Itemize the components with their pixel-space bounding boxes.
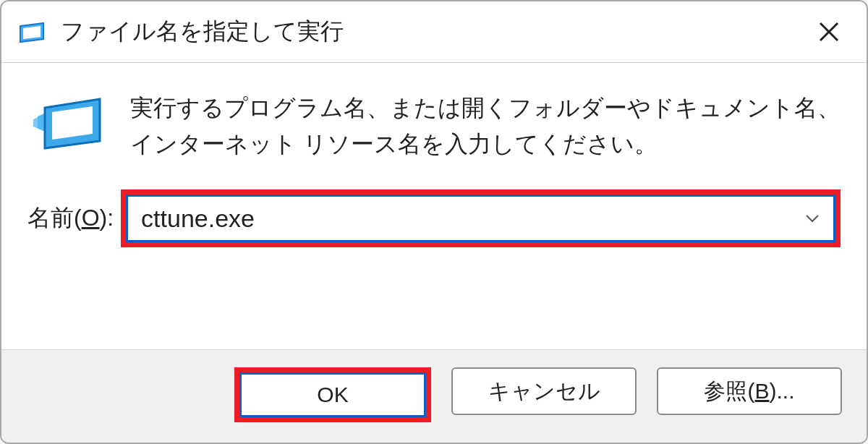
command-combo[interactable] (126, 195, 835, 242)
browse-button-slot: 参照(B)... (657, 367, 842, 422)
content-area: 実行するプログラム名、または開くフォルダーやドキュメント名、インターネット リソ… (1, 63, 867, 256)
instruction-text: 実行するプログラム名、または開くフォルダーやドキュメント名、インターネット リソ… (130, 89, 841, 162)
run-large-icon (33, 89, 106, 153)
close-icon (817, 20, 841, 43)
run-dialog: ファイル名を指定して実行 実行するプログラム名、または開くフォルダーやドキュメン… (0, 0, 868, 444)
browse-label-suffix: )... (770, 379, 795, 404)
input-label-accel: O (82, 205, 100, 231)
button-bar: OK キャンセル 参照(B)... (1, 349, 867, 443)
browse-label-accel: B (754, 379, 769, 404)
ok-button[interactable]: OK (239, 372, 426, 417)
titlebar: ファイル名を指定して実行 (1, 1, 867, 63)
combo-dropdown-button[interactable] (791, 210, 833, 227)
command-input[interactable] (128, 200, 791, 237)
ok-button-highlight: OK (234, 367, 431, 422)
chevron-down-icon (804, 210, 821, 227)
cancel-button-label: キャンセル (488, 377, 600, 406)
dialog-title: ファイル名を指定して実行 (61, 16, 809, 48)
input-row: 名前(O): (27, 189, 841, 247)
instruction-row: 実行するプログラム名、または開くフォルダーやドキュメント名、インターネット リソ… (27, 89, 841, 162)
run-dialog-icon (19, 20, 48, 43)
close-button[interactable] (809, 12, 849, 52)
input-label-suffix: ): (100, 205, 114, 231)
browse-label-prefix: 参照( (704, 377, 754, 406)
command-combo-highlight (121, 189, 841, 247)
cancel-button[interactable]: キャンセル (451, 367, 637, 415)
input-label: 名前(O): (27, 202, 114, 234)
cancel-button-slot: キャンセル (451, 367, 637, 422)
input-label-prefix: 名前( (27, 205, 82, 231)
ok-button-label: OK (317, 383, 348, 407)
browse-button[interactable]: 参照(B)... (657, 367, 842, 415)
